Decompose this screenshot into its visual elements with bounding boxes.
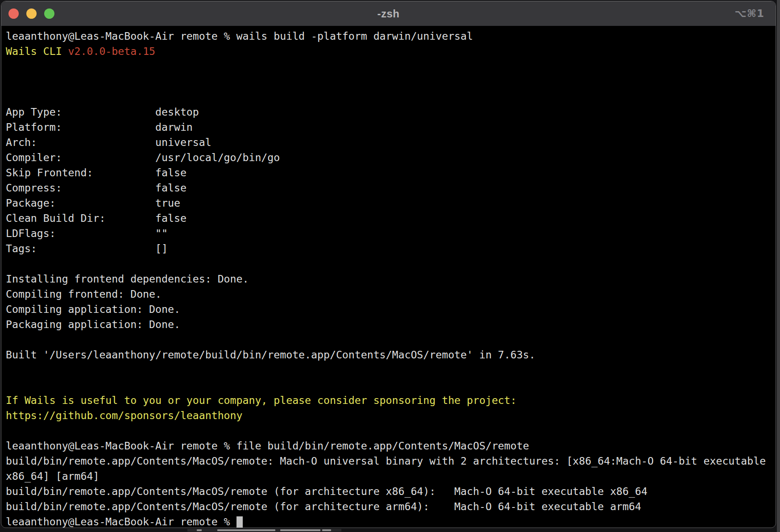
background-window-edge xyxy=(777,0,780,532)
terminal-line: Installing frontend dependencies: Done. xyxy=(6,271,776,287)
terminal-line: App Type: desktop xyxy=(6,104,776,120)
terminal-line: Platform: darwin xyxy=(6,120,776,135)
terminal-line xyxy=(6,362,776,378)
terminal-line: leaanthony@Leas-MacBook-Air remote % xyxy=(6,514,776,528)
terminal-line: LDFlags: "" xyxy=(6,226,776,241)
terminal-line: build/bin/remote.app/Contents/MacOS/remo… xyxy=(6,484,776,499)
terminal-line: Compiler: /usr/local/go/bin/go xyxy=(6,150,776,165)
terminal-line: build/bin/remote.app/Contents/MacOS/remo… xyxy=(6,499,776,514)
terminal-line: build/bin/remote.app/Contents/MacOS/remo… xyxy=(6,453,776,469)
terminal-line: If Wails is useful to you or your compan… xyxy=(6,393,776,408)
terminal-window: -zsh ⌥⌘1 leaanthony@Leas-MacBook-Air rem… xyxy=(1,1,776,528)
minimize-button[interactable] xyxy=(26,8,37,19)
terminal-screen[interactable]: leaanthony@Leas-MacBook-Air remote % wai… xyxy=(1,26,776,528)
terminal-cursor xyxy=(236,516,243,528)
terminal-line: Compiling application: Done. xyxy=(6,302,776,317)
title-bar[interactable]: -zsh ⌥⌘1 xyxy=(1,1,776,26)
terminal-line: x86_64] [arm64] xyxy=(6,469,776,484)
terminal-line: https://github.com/sponsors/leaanthony xyxy=(6,408,776,423)
terminal-line xyxy=(6,59,776,74)
terminal-line: Compiling frontend: Done. xyxy=(6,287,776,302)
terminal-line: Wails CLI v2.0.0-beta.15 xyxy=(6,44,776,59)
terminal-line: Built '/Users/leaanthony/remote/build/bi… xyxy=(6,347,776,362)
terminal-line xyxy=(6,256,776,271)
terminal-line xyxy=(6,378,776,393)
terminal-line: Compress: false xyxy=(6,180,776,195)
traffic-lights xyxy=(8,8,54,19)
tab-shortcut-badge: ⌥⌘1 xyxy=(734,7,764,19)
window-title: -zsh xyxy=(378,8,400,20)
terminal-line: Arch: universal xyxy=(6,135,776,150)
terminal-line: Clean Build Dir: false xyxy=(6,211,776,226)
terminal-line: Package: true xyxy=(6,195,776,211)
terminal-line: Skip Frontend: false xyxy=(6,165,776,180)
terminal-line: leaanthony@Leas-MacBook-Air remote % fil… xyxy=(6,438,776,453)
background-window-sliver xyxy=(187,529,341,532)
terminal-line: leaanthony@Leas-MacBook-Air remote % wai… xyxy=(6,29,776,44)
terminal-line: Tags: [] xyxy=(6,241,776,256)
terminal-line xyxy=(6,332,776,347)
terminal-line xyxy=(6,74,776,89)
terminal-line: Packaging application: Done. xyxy=(6,317,776,332)
zoom-button[interactable] xyxy=(44,8,54,19)
terminal-line xyxy=(6,89,776,104)
terminal-line xyxy=(6,423,776,438)
close-button[interactable] xyxy=(8,8,19,19)
